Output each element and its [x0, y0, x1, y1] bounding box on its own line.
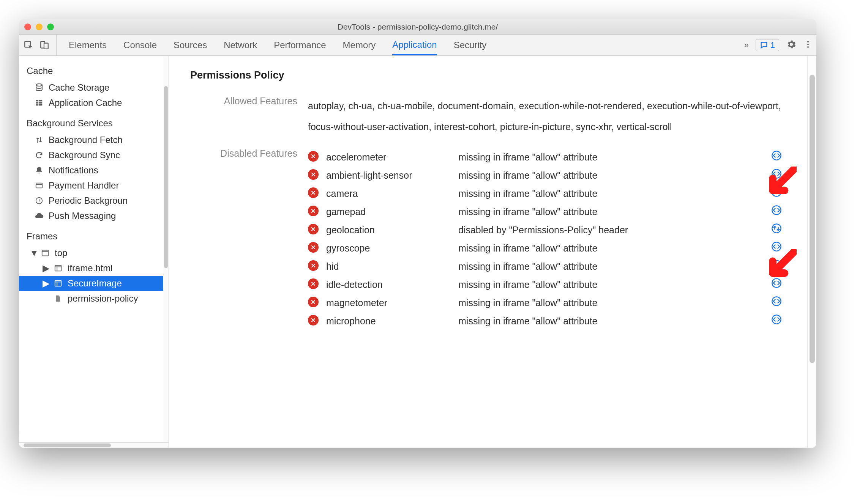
sidebar-item-payment-handler[interactable]: Payment Handler [19, 178, 169, 193]
tab-memory[interactable]: Memory [343, 35, 376, 55]
feature-name: accelerometer [326, 149, 455, 165]
disclosure-triangle-icon[interactable]: ▶ [43, 263, 49, 274]
sidebar-horizontal-scrollbar[interactable] [19, 442, 169, 448]
more-tabs-button[interactable]: » [744, 40, 749, 50]
sidebar-item-label: Cache Storage [49, 82, 109, 93]
reveal-link-icon[interactable] [767, 241, 786, 252]
bell-icon [34, 165, 44, 175]
error-badge-icon [308, 187, 319, 198]
application-sidebar: Cache Cache Storage Application Cache Ba… [19, 56, 169, 448]
more-options-icon[interactable] [803, 40, 813, 50]
svg-point-6 [36, 84, 42, 86]
frame-label: top [55, 248, 67, 258]
clock-icon [34, 196, 44, 206]
error-badge-icon [308, 242, 319, 253]
reveal-link-icon[interactable] [767, 150, 786, 161]
feature-reason: missing in iframe "allow" attribute [458, 204, 764, 219]
sidebar-item-label: Periodic Backgroun [49, 195, 128, 206]
frames-tree-iframe[interactable]: ▶ iframe.html [19, 261, 169, 276]
reveal-link-icon[interactable] [767, 259, 786, 270]
svg-rect-15 [42, 250, 49, 256]
allowed-features-text: autoplay, ch-ua, ch-ua-mobile, document-… [308, 96, 786, 137]
tab-application[interactable]: Application [392, 35, 437, 55]
window-frame-icon [40, 248, 50, 258]
sidebar-item-label: Push Messaging [49, 211, 116, 221]
feature-name: microphone [326, 313, 455, 329]
feature-reason: missing in iframe "allow" attribute [458, 186, 764, 201]
sidebar-vertical-scrollbar[interactable] [163, 56, 169, 442]
tab-sources[interactable]: Sources [174, 35, 207, 55]
sidebar-item-label: Payment Handler [49, 180, 119, 191]
feature-name: geolocation [326, 222, 455, 237]
reveal-link-icon[interactable] [767, 187, 786, 197]
sidebar-section-frames: Frames [19, 223, 169, 245]
tab-security[interactable]: Security [454, 35, 487, 55]
sidebar-item-push-messaging[interactable]: Push Messaging [19, 208, 169, 223]
feature-reason: missing in iframe "allow" attribute [458, 149, 764, 165]
feature-reason: missing in iframe "allow" attribute [458, 168, 764, 183]
panel-body: Cache Cache Storage Application Cache Ba… [19, 56, 816, 448]
tab-elements[interactable]: Elements [69, 35, 107, 55]
issues-count: 1 [770, 40, 775, 50]
sidebar-section-background-services: Background Services [19, 110, 169, 132]
reveal-link-icon[interactable] [767, 314, 786, 325]
svg-rect-17 [55, 281, 62, 286]
svg-rect-9 [36, 102, 38, 104]
feature-reason: missing in iframe "allow" attribute [458, 241, 764, 256]
cloud-icon [34, 211, 44, 221]
inspect-element-icon[interactable] [23, 39, 34, 51]
device-toggle-icon[interactable] [39, 39, 50, 51]
sidebar-item-background-sync[interactable]: Background Sync [19, 148, 169, 163]
feature-name: gamepad [326, 204, 455, 219]
feature-reason: missing in iframe "allow" attribute [458, 259, 764, 274]
page-title: Permissions Policy [190, 69, 786, 81]
main-vertical-scrollbar[interactable] [807, 56, 816, 448]
svg-rect-11 [36, 104, 38, 106]
sidebar-item-periodic-background[interactable]: Periodic Backgroun [19, 193, 169, 208]
feature-name: magnetometer [326, 295, 455, 310]
reveal-link-icon[interactable] [767, 168, 786, 179]
error-badge-icon [308, 260, 319, 271]
disclosure-triangle-icon[interactable]: ▼ [30, 248, 36, 258]
reveal-link-icon[interactable] [767, 296, 786, 307]
disabled-feature-row: idle-detectionmissing in iframe "allow" … [308, 275, 786, 294]
disabled-feature-row: cameramissing in iframe "allow" attribut… [308, 184, 786, 203]
error-badge-icon [308, 297, 319, 307]
svg-rect-7 [36, 100, 38, 102]
reveal-link-icon[interactable] [767, 223, 786, 234]
main-panel: Permissions Policy Allowed Features auto… [169, 56, 816, 448]
tab-performance[interactable]: Performance [274, 35, 326, 55]
sidebar-item-notifications[interactable]: Notifications [19, 163, 169, 178]
feature-name: gyroscope [326, 241, 455, 256]
feature-name: camera [326, 186, 455, 201]
svg-point-22 [772, 224, 781, 233]
frames-tree-permission-policy[interactable]: permission-policy [19, 291, 169, 306]
error-badge-icon [308, 224, 319, 234]
iframe-icon [53, 263, 63, 273]
disabled-feature-row: microphonemissing in iframe "allow" attr… [308, 312, 786, 330]
frames-tree-secureimage[interactable]: ▶ SecureImage [19, 276, 169, 291]
sidebar-item-background-fetch[interactable]: Background Fetch [19, 132, 169, 148]
feature-reason: missing in iframe "allow" attribute [458, 277, 764, 292]
feature-name: idle-detection [326, 277, 455, 292]
disclosure-triangle-icon[interactable]: ▶ [43, 278, 49, 289]
reveal-link-icon[interactable] [767, 278, 786, 288]
frame-label: SecureImage [68, 278, 122, 289]
issues-badge[interactable]: 1 [756, 39, 779, 51]
database-icon [34, 83, 44, 93]
svg-rect-12 [39, 104, 42, 106]
svg-rect-16 [55, 266, 62, 271]
sidebar-item-label: Notifications [49, 165, 98, 176]
sidebar-item-cache-storage[interactable]: Cache Storage [19, 80, 169, 95]
settings-icon[interactable] [786, 39, 797, 51]
reveal-link-icon[interactable] [767, 205, 786, 215]
feature-reason: missing in iframe "allow" attribute [458, 295, 764, 310]
svg-rect-2 [44, 43, 48, 49]
sidebar-item-application-cache[interactable]: Application Cache [19, 95, 169, 110]
feature-reason: disabled by "Permissions-Policy" header [458, 222, 764, 237]
tab-network[interactable]: Network [224, 35, 257, 55]
tab-console[interactable]: Console [123, 35, 157, 55]
svg-point-3 [807, 41, 809, 42]
frames-tree-top[interactable]: ▼ top [19, 245, 169, 261]
devtools-toolbar: Elements Console Sources Network Perform… [19, 35, 816, 56]
